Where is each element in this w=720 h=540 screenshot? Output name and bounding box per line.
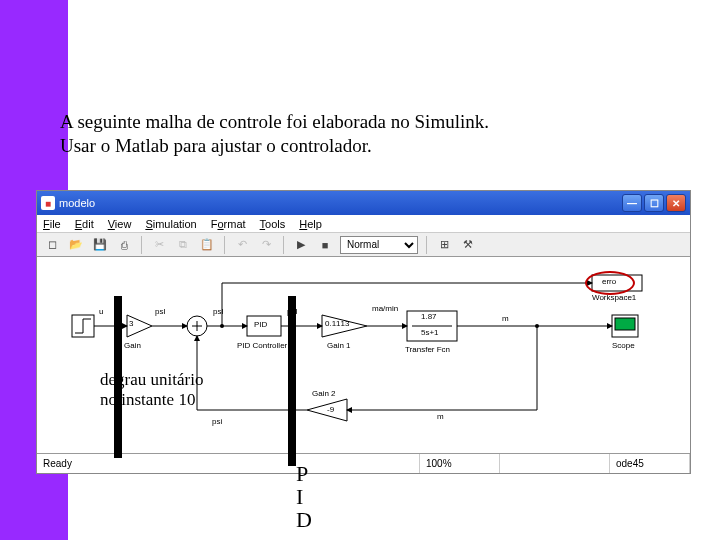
menu-format[interactable]: Format	[211, 218, 246, 230]
redo-icon[interactable]: ↷	[257, 236, 275, 254]
maximize-button[interactable]: ☐	[644, 194, 664, 212]
status-zoom: 100%	[420, 454, 500, 473]
gain-label: Gain	[124, 341, 141, 350]
erro-highlight-oval	[585, 271, 635, 295]
menu-view[interactable]: View	[108, 218, 132, 230]
gain2-label: Gain 2	[312, 389, 336, 398]
tf-num: 1.87	[421, 312, 437, 321]
save-icon[interactable]: 💾	[91, 236, 109, 254]
status-ready: Ready	[37, 454, 420, 473]
scope-label: Scope	[612, 341, 635, 350]
open-icon[interactable]: 📂	[67, 236, 85, 254]
tool-bar: ◻ 📂 💾 ⎙ ✂ ⧉ 📋 ↶ ↷ ▶ ■ Normal ⊞ ⚒	[37, 233, 690, 257]
new-icon[interactable]: ◻	[43, 236, 61, 254]
gain1-label: Gain 1	[327, 341, 351, 350]
tf-den: 5s+1	[421, 328, 439, 337]
gain1-unit: ma/min	[372, 304, 398, 313]
sum-out-unit: psI	[213, 307, 224, 316]
intro-line2: Usar o Matlab para ajustar o controlador…	[60, 134, 489, 158]
tf-label: Transfer Fcn	[405, 345, 450, 354]
pid-letters: PID	[296, 462, 312, 531]
stop-icon[interactable]: ■	[316, 236, 334, 254]
gain-value: 3	[129, 319, 133, 328]
svg-rect-8	[615, 318, 635, 330]
status-solver: ode45	[610, 454, 690, 473]
feedback-m: m	[437, 412, 444, 421]
close-button[interactable]: ✕	[666, 194, 686, 212]
undo-icon[interactable]: ↶	[233, 236, 251, 254]
cut-icon[interactable]: ✂	[150, 236, 168, 254]
print-icon[interactable]: ⎙	[115, 236, 133, 254]
simulink-window: ■ modelo — ☐ ✕ File Edit View Simulation…	[36, 190, 691, 474]
mode-select[interactable]: Normal	[340, 236, 418, 254]
model-browser-icon[interactable]: ⊞	[435, 236, 453, 254]
menu-bar: File Edit View Simulation Format Tools H…	[37, 215, 690, 233]
app-icon: ■	[41, 196, 55, 210]
library-icon[interactable]: ⚒	[459, 236, 477, 254]
title-bar[interactable]: ■ modelo — ☐ ✕	[37, 191, 690, 215]
pid-label: PID Controller	[237, 341, 287, 350]
gain-out-unit: psI	[155, 307, 166, 316]
play-icon[interactable]: ▶	[292, 236, 310, 254]
paste-icon[interactable]: 📋	[198, 236, 216, 254]
status-bar: Ready 100% ode45	[37, 453, 690, 473]
menu-edit[interactable]: Edit	[75, 218, 94, 230]
copy-icon[interactable]: ⧉	[174, 236, 192, 254]
gain1-value: 0.1113	[325, 319, 349, 328]
menu-help[interactable]: Help	[299, 218, 322, 230]
pid-text: PID	[254, 320, 267, 329]
step-annotation: degrau unitário no instante 10	[100, 370, 203, 409]
minimize-button[interactable]: —	[622, 194, 642, 212]
gain2-unit: psi	[212, 417, 222, 426]
gain2-value: -9	[327, 405, 334, 414]
menu-simulation[interactable]: Simulation	[145, 218, 196, 230]
tf-out-m: m	[502, 314, 509, 323]
menu-tools[interactable]: Tools	[260, 218, 286, 230]
window-title: modelo	[59, 197, 622, 209]
menu-file[interactable]: File	[43, 218, 61, 230]
intro-line1: A seguinte malha de controle foi elabora…	[60, 110, 489, 134]
model-canvas[interactable]: u 3 Gain psI psI PID PID Controller psI …	[37, 257, 690, 453]
pid-pointer-bar	[288, 296, 296, 466]
intro-text: A seguinte malha de controle foi elabora…	[60, 110, 489, 158]
step-port-label: u	[99, 307, 103, 316]
